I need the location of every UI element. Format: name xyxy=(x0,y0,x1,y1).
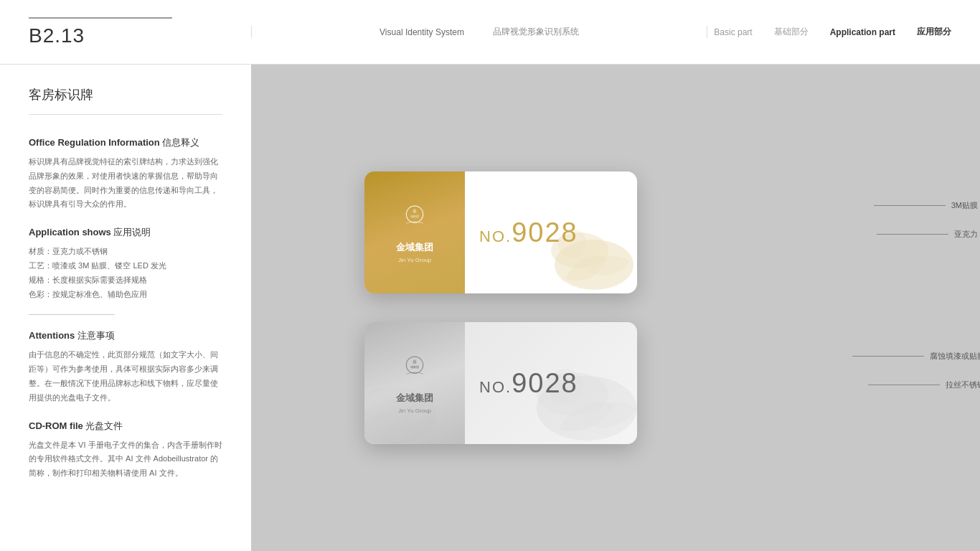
att-heading: Attentions 注意事项 xyxy=(29,329,222,342)
app-part-cn: 应用部分 xyxy=(917,26,951,38)
nav-en: Visual Identity System xyxy=(380,27,464,37)
app-body: 材质：亚克力或不锈钢 工艺：喷漆或 3M 贴膜、镂空 LED 发光 规格：长度根… xyxy=(29,245,222,301)
nav-cn: 品牌视觉形象识别系统 xyxy=(493,26,579,38)
gold-annotation-1: 3M贴膜 xyxy=(874,200,978,211)
section-title: 客房标识牌 xyxy=(29,86,222,115)
gold-card-number: NO.9028 xyxy=(479,217,578,248)
page-code: B2.13 xyxy=(29,17,172,47)
svg-text:域集团: 域集团 xyxy=(410,214,419,217)
header-right: Basic part 基础部分 Application part 应用部分 xyxy=(707,26,980,38)
main: 客房标识牌 Office Regulation Information 信息释义… xyxy=(0,65,980,551)
gold-annotation-2: 亚克力 xyxy=(877,229,978,240)
info-heading: Office Regulation Information 信息释义 xyxy=(29,136,222,149)
silver-card-right: NO.9028 xyxy=(465,322,637,444)
gold-card-right: NO.9028 xyxy=(465,171,637,293)
gold-card-wrapper: 金 域集团 金域集团 Jin Yu Group NO.9028 xyxy=(364,171,867,293)
gold-ann-text-2: 亚克力 xyxy=(954,229,978,240)
app-heading: Application shows 应用说明 xyxy=(29,226,222,239)
info-body: 标识牌具有品牌视觉特征的索引牌结构，力求达到强化品牌形象的效果，对使用者快速的掌… xyxy=(29,155,222,212)
silver-card-number: NO.9028 xyxy=(479,368,578,399)
cdrom-body: 光盘文件是本 VI 手册电子文件的集合，内含手册制作时的专用软件格式文件。其中 … xyxy=(29,438,222,481)
silver-annotation-2: 拉丝不锈钢 xyxy=(868,380,980,390)
left-panel: 客房标识牌 Office Regulation Information 信息释义… xyxy=(0,65,251,551)
logo-svg-gold: 金 域集团 xyxy=(397,202,433,238)
silver-card-wrapper: 金 域集团 金域集团 Jin Yu Group xyxy=(364,322,867,444)
silver-card-left: 金 域集团 金域集团 Jin Yu Group xyxy=(364,322,465,444)
att-body: 由于信息的不确定性，此页部分规范（如文字大小、间距等）可作为参考使用，具体可根据… xyxy=(29,348,222,405)
gold-logo-en: Jin Yu Group xyxy=(398,257,431,263)
gold-logo-cn: 金域集团 xyxy=(396,241,433,254)
svg-text:金: 金 xyxy=(413,209,417,213)
basic-part-en: Basic part xyxy=(714,27,752,37)
silver-ann-text-1: 腐蚀填漆或贴膜 xyxy=(930,351,980,362)
cards-area: 金 域集团 金域集团 Jin Yu Group NO.9028 xyxy=(364,171,867,444)
app-part-en: Application part xyxy=(830,27,895,37)
gold-ann-text-1: 3M贴膜 xyxy=(951,200,978,211)
silver-card: 金 域集团 金域集团 Jin Yu Group xyxy=(364,322,637,444)
silver-annotation-1: 腐蚀填漆或贴膜 xyxy=(852,351,980,362)
gold-card: 金 域集团 金域集团 Jin Yu Group NO.9028 xyxy=(364,171,637,293)
cdrom-heading: CD-ROM file 光盘文件 xyxy=(29,420,222,433)
header: B2.13 Visual Identity System 品牌视觉形象识别系统 … xyxy=(0,0,980,65)
header-left: B2.13 xyxy=(0,17,251,47)
wave-left-silver xyxy=(364,344,465,444)
header-center: Visual Identity System 品牌视觉形象识别系统 xyxy=(251,26,707,38)
silver-ann-text-2: 拉丝不锈钢 xyxy=(946,380,980,390)
basic-part-cn: 基础部分 xyxy=(774,26,809,38)
divider xyxy=(29,314,115,315)
gold-card-left: 金 域集团 金域集团 Jin Yu Group xyxy=(364,171,465,293)
right-panel: 金 域集团 金域集团 Jin Yu Group NO.9028 xyxy=(251,65,980,551)
